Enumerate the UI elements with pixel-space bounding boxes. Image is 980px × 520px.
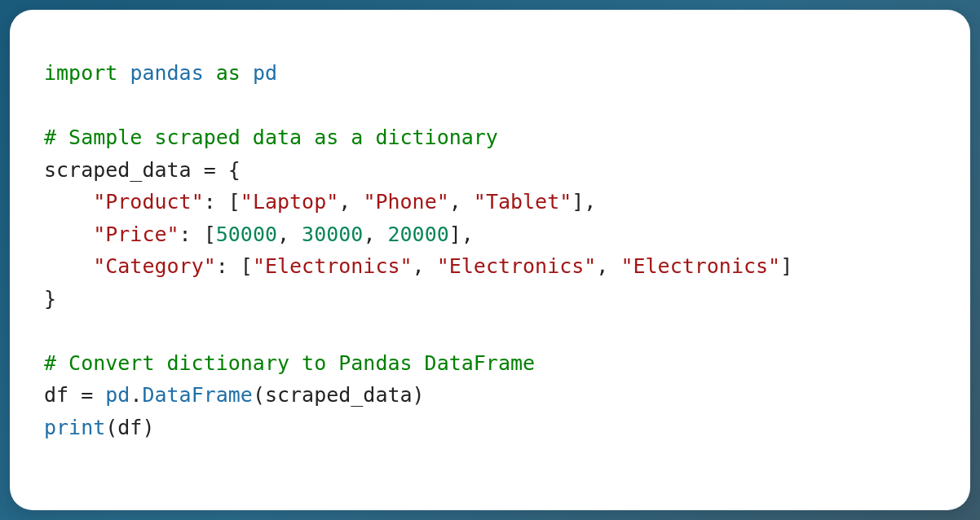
comment-line: # Sample scraped data as a dictionary: [44, 126, 498, 149]
comma: ,: [596, 254, 620, 278]
comma: ,: [413, 254, 437, 278]
dict-key-category: "Category": [93, 254, 216, 278]
str-electronics-2: "Electronics": [437, 254, 597, 278]
str-tablet: "Tablet": [474, 190, 572, 214]
close-bracket: ],: [449, 223, 474, 246]
code-card: import pandas as pd # Sample scraped dat…: [10, 10, 970, 510]
keyword-import: import: [44, 61, 117, 85]
indent: [44, 254, 93, 278]
num-50000: 50000: [216, 223, 277, 246]
close-bracket: ],: [572, 190, 596, 214]
code-block: import pandas as pd # Sample scraped dat…: [44, 57, 936, 443]
indent: [44, 190, 93, 214]
alias-pd: pd: [253, 61, 277, 85]
str-electronics-1: "Electronics": [253, 254, 413, 278]
mod-pd: pd: [105, 383, 130, 407]
colon-bracket: : [: [216, 254, 253, 278]
op-assign-open: = {: [192, 158, 241, 182]
num-20000: 20000: [387, 223, 448, 246]
comma: ,: [277, 223, 302, 246]
fn-args: (df): [105, 416, 154, 439]
close-brace: }: [44, 287, 56, 311]
dict-key-price: "Price": [93, 223, 179, 246]
str-laptop: "Laptop": [241, 190, 338, 214]
op-assign: =: [68, 383, 105, 407]
dot: .: [130, 383, 142, 407]
num-30000: 30000: [302, 223, 363, 246]
fn-print: print: [44, 416, 105, 439]
dict-key-product: "Product": [93, 190, 203, 214]
module-pandas: pandas: [130, 61, 203, 85]
comma: ,: [363, 223, 387, 246]
comma: ,: [338, 190, 363, 214]
close-bracket: ]: [780, 254, 792, 278]
fn-args: (scraped_data): [253, 383, 425, 407]
colon-bracket: : [: [179, 223, 216, 246]
str-phone: "Phone": [363, 190, 448, 214]
comment-line: # Convert dictionary to Pandas DataFrame: [44, 351, 535, 375]
keyword-as: as: [216, 61, 241, 85]
var-scraped-data: scraped_data: [44, 158, 192, 182]
indent: [44, 223, 93, 246]
comma: ,: [449, 190, 474, 214]
var-df: df: [44, 383, 68, 407]
colon-bracket: : [: [204, 190, 241, 214]
str-electronics-3: "Electronics": [620, 254, 780, 278]
fn-dataframe: DataFrame: [142, 383, 252, 407]
